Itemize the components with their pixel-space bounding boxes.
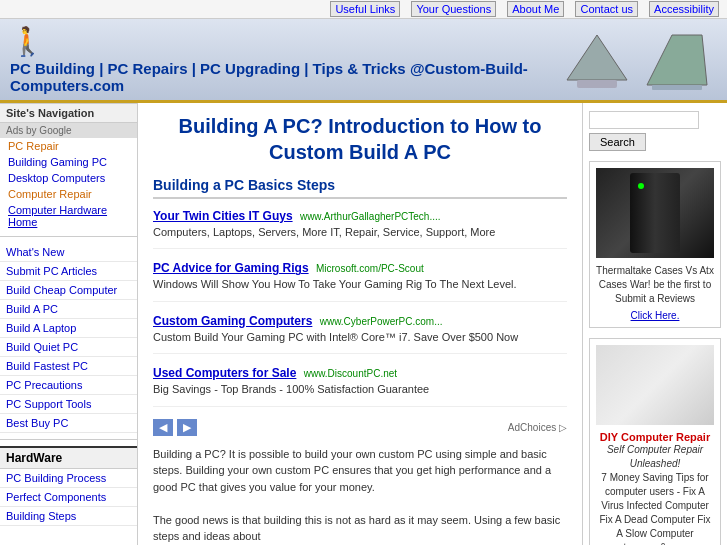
ad-item-1: PC Advice for Gaming Rigs Microsoft.com/…	[153, 261, 567, 301]
sidebar-ad-hardware-home[interactable]: Computer Hardware Home	[0, 202, 137, 230]
right-ad-2-title: DIY Computer Repair	[596, 431, 714, 443]
right-ad-2-subtitle: Self Computer Repair Unleashed!	[596, 443, 714, 471]
ad-title-3[interactable]: Used Computers for Sale	[153, 366, 296, 380]
right-ad-1-text: Thermaltake Cases Vs Atx Cases War! be t…	[596, 264, 714, 306]
sidebar-item-build-quiet[interactable]: Build Quiet PC	[0, 338, 137, 357]
computer-image-1	[557, 30, 637, 90]
search-button[interactable]: Search	[589, 133, 646, 151]
body-paragraph-1: Building a PC? It is possible to build y…	[153, 446, 567, 496]
sidebar-item-building-steps[interactable]: Building Steps	[0, 507, 137, 526]
top-navigation-bar: Useful Links Your Questions About Me Con…	[0, 0, 727, 19]
tower-light	[638, 183, 644, 189]
header-tagline: PC Building | PC Repairs | PC Upgrading …	[10, 60, 557, 94]
right-sidebar: Search Thermaltake Cases Vs Atx Cases Wa…	[582, 103, 727, 545]
your-questions-link[interactable]: Your Questions	[411, 1, 496, 17]
sidebar-item-perfect-components[interactable]: Perfect Components	[0, 488, 137, 507]
sidebar-item-pc-support-tools[interactable]: PC Support Tools	[0, 395, 137, 414]
svg-rect-1	[577, 80, 617, 88]
sidebar-item-build-cheap[interactable]: Build Cheap Computer	[0, 281, 137, 300]
useful-links-link[interactable]: Useful Links	[330, 1, 400, 17]
search-input[interactable]	[589, 111, 699, 129]
sidebar-navigation-title: Site's Navigation	[0, 103, 137, 123]
ad-title-2[interactable]: Custom Gaming Computers	[153, 314, 312, 328]
sidebar-ad-desktop[interactable]: Desktop Computers	[0, 170, 137, 186]
walker-icon: 🚶	[10, 25, 45, 58]
ad-desc-3: Big Savings - Top Brands - 100% Satisfac…	[153, 382, 567, 397]
sidebar-ad-gaming-pc[interactable]: Building Gaming PC	[0, 154, 137, 170]
ad-source-1: Microsoft.com/PC-Scout	[316, 263, 424, 274]
sidebar-item-whats-new[interactable]: What's New	[0, 243, 137, 262]
ad-item-3: Used Computers for Sale www.DiscountPC.n…	[153, 366, 567, 406]
right-ad-2-desc: 7 Money Saving Tips for computer users -…	[596, 471, 714, 545]
sidebar-item-pc-precautions[interactable]: PC Precautions	[0, 376, 137, 395]
sidebar-ad-pc-repair[interactable]: PC Repair	[0, 138, 137, 154]
section-title: Building a PC Basics Steps	[153, 177, 567, 199]
svg-marker-0	[567, 35, 627, 80]
left-sidebar: Site's Navigation Ads by Google PC Repai…	[0, 103, 138, 545]
ad-item-2: Custom Gaming Computers www.CyberPowerPC…	[153, 314, 567, 354]
book-illustration	[650, 352, 661, 419]
ad-prev-button[interactable]: ◀	[153, 419, 173, 436]
ad-desc-2: Custom Build Your Gaming PC with Intel® …	[153, 330, 567, 345]
ad-item-0: Your Twin Cities IT Guys www.ArthurGalla…	[153, 209, 567, 249]
sidebar-item-pc-building-process[interactable]: PC Building Process	[0, 469, 137, 488]
hardware-section-title: HardWare	[0, 446, 137, 469]
page-title: Building A PC? Introduction to How to Cu…	[153, 113, 567, 165]
sidebar-item-best-buy-pc[interactable]: Best Buy PC	[0, 414, 137, 433]
sidebar-ad-computer-repair[interactable]: Computer Repair	[0, 186, 137, 202]
right-ad-book: DIY Computer Repair Self Computer Repair…	[589, 338, 721, 545]
body-text: Building a PC? It is possible to build y…	[153, 446, 567, 545]
computer-image-2	[637, 30, 717, 90]
sidebar-item-build-laptop[interactable]: Build A Laptop	[0, 319, 137, 338]
book-image	[596, 345, 714, 425]
contact-us-link[interactable]: Contact us	[575, 1, 638, 17]
header-logo: 🚶 PC Building | PC Repairs | PC Upgradin…	[10, 25, 557, 94]
ad-choices-label: AdChoices ▷	[508, 422, 567, 433]
sidebar-item-build-pc[interactable]: Build A PC	[0, 300, 137, 319]
tower-illustration	[630, 173, 680, 253]
computer-case-image	[596, 168, 714, 258]
ad-desc-0: Computers, Laptops, Servers, More IT, Re…	[153, 225, 567, 240]
site-header: 🚶 PC Building | PC Repairs | PC Upgradin…	[0, 19, 727, 103]
main-layout: Site's Navigation Ads by Google PC Repai…	[0, 103, 727, 545]
ad-navigation: ◀ ▶ AdChoices ▷	[153, 419, 567, 436]
ad-next-button[interactable]: ▶	[177, 419, 197, 436]
ad-title-1[interactable]: PC Advice for Gaming Rigs	[153, 261, 309, 275]
sidebar-item-build-fastest[interactable]: Build Fastest PC	[0, 357, 137, 376]
right-ad-cases: Thermaltake Cases Vs Atx Cases War! be t…	[589, 161, 721, 328]
accessibility-link[interactable]: Accessibility	[649, 1, 719, 17]
svg-rect-3	[652, 85, 702, 90]
ad-source-2: www.CyberPowerPC.com...	[320, 316, 443, 327]
svg-marker-2	[647, 35, 707, 85]
about-me-link[interactable]: About Me	[507, 1, 564, 17]
ad-source-3: www.DiscountPC.net	[304, 368, 397, 379]
main-content: Building A PC? Introduction to How to Cu…	[138, 103, 582, 545]
ad-desc-1: Windows Will Show You How To Take Your G…	[153, 277, 567, 292]
ad-source-0: www.ArthurGallagherPCTech....	[300, 211, 441, 222]
search-box: Search	[589, 111, 721, 151]
sidebar-item-submit-articles[interactable]: Submit PC Articles	[0, 262, 137, 281]
header-computer-images	[557, 30, 717, 90]
right-ad-1-link[interactable]: Click Here.	[596, 310, 714, 321]
ads-by-google-label: Ads by Google	[0, 123, 137, 138]
ad-title-0[interactable]: Your Twin Cities IT Guys	[153, 209, 293, 223]
body-paragraph-2: The good news is that building this is n…	[153, 512, 567, 545]
